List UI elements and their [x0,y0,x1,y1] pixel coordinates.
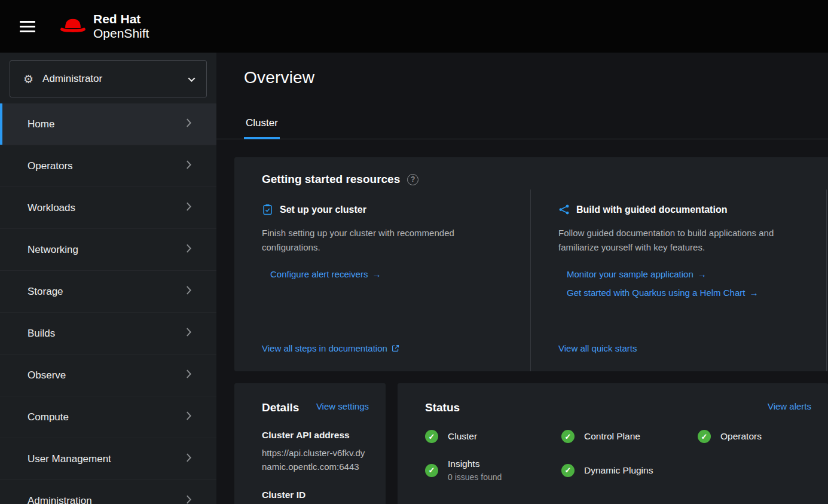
guided-documentation-heading: Build with guided documentation [558,204,802,215]
setup-cluster-links: Configure alert receivers→ [262,269,506,279]
link-label: Configure alert receivers [270,269,368,279]
chevron-right-icon [186,453,191,465]
brand-logo: Red Hat OpenShift [59,12,149,40]
link-label: Monitor your sample application [567,269,693,279]
guided-documentation-links: Monitor your sample application→ Get sta… [558,269,802,298]
details-card: Details View settings Cluster API addres… [234,383,386,504]
masthead: Red Hat OpenShift [0,0,828,53]
status-item-operators: ✓ Operators [698,430,828,443]
configure-alert-receivers-link[interactable]: Configure alert receivers→ [270,269,506,279]
external-link-icon [392,344,399,352]
tab-bar: Cluster [216,112,828,139]
dashboard-body: Getting started resources ? Set up your … [216,139,828,504]
cluster-api-address-label: Cluster API address [262,430,369,441]
dashboard-cards-row: Details View settings Cluster API addres… [234,383,828,504]
sidebar-nav: ⚙ Administrator Home Operators Workloads… [0,53,216,504]
setup-cluster-description: Finish setting up your cluster with reco… [262,226,506,255]
chevron-right-icon [186,202,191,214]
arrow-right-icon: → [698,269,707,279]
perspective-switcher[interactable]: ⚙ Administrator [10,60,207,97]
sidebar-item-observe[interactable]: Observe [0,355,216,396]
check-circle-icon: ✓ [561,464,575,477]
arrow-right-icon: → [749,288,758,298]
details-title: Details [262,401,299,414]
status-item-control-plane: ✓ Control Plane [561,430,698,443]
insights-link[interactable]: Insights [448,459,479,469]
brand-text: Red Hat OpenShift [93,12,149,40]
chevron-right-icon [186,244,191,256]
sidebar-item-operators[interactable]: Operators [0,145,216,187]
details-card-header: Details View settings [262,401,369,414]
insights-issues-count: 0 issues found [448,472,502,482]
dynamic-plugins-link[interactable]: Dynamic Plugins [584,465,653,476]
sidebar-item-home[interactable]: Home [0,103,216,145]
setup-cluster-column: Set up your cluster Finish setting up yo… [234,190,530,371]
control-plane-link[interactable]: Control Plane [584,431,640,442]
status-card: Status View alerts ✓ Cluster ✓ Control P… [398,383,828,504]
getting-started-header: Getting started resources ? [234,157,828,186]
help-icon[interactable]: ? [407,174,418,185]
sidebar-item-label: Observe [28,369,66,381]
sidebar-item-label: Storage [28,286,63,298]
perspective-label: Administrator [42,73,102,85]
page-header: Overview [216,53,828,87]
sidebar-item-administration[interactable]: Administration [0,480,216,504]
main-content: Overview Cluster Getting started resourc… [216,53,828,504]
view-alerts-link[interactable]: View alerts [768,401,811,411]
sidebar-item-compute[interactable]: Compute [0,396,216,438]
guided-documentation-column: Build with guided documentation Follow g… [530,190,826,371]
sidebar-item-label: Builds [28,328,55,340]
brand-line2: OpenShift [93,26,149,41]
chevron-right-icon [186,286,191,298]
chevron-down-icon [188,74,195,84]
tab-cluster[interactable]: Cluster [244,112,280,139]
chevron-right-icon [186,118,191,130]
operators-link[interactable]: Operators [720,431,762,442]
sidebar-item-user-management[interactable]: User Management [0,438,216,480]
sidebar-item-label: Administration [28,495,92,504]
arrow-right-icon: → [372,269,381,279]
setup-cluster-heading: Set up your cluster [262,204,506,215]
guided-documentation-title: Build with guided documentation [576,204,727,215]
redhat-fedora-icon [59,17,87,36]
cluster-api-address-value: https://api.cluster-v6fkv.dynamic.opentl… [262,446,369,474]
view-all-quick-starts-link[interactable]: View all quick starts [558,343,637,353]
page-title: Overview [244,68,828,87]
sidebar-item-label: Home [28,118,54,130]
status-item-dynamic-plugins: ✓ Dynamic Plugins [561,459,698,482]
setup-cluster-footer: View all steps in documentation [262,343,506,353]
sidebar-item-workloads[interactable]: Workloads [0,187,216,229]
getting-started-columns: Set up your cluster Finish setting up yo… [234,190,828,371]
cluster-id-label: Cluster ID [262,490,369,500]
chevron-right-icon [186,411,191,423]
insights-text: Insights 0 issues found [448,459,502,482]
chevron-right-icon [186,160,191,172]
setup-cluster-title: Set up your cluster [280,204,366,215]
status-title: Status [425,401,460,414]
status-item-cluster: ✓ Cluster [425,430,561,443]
monitor-sample-app-link[interactable]: Monitor your sample application→ [567,269,802,279]
sidebar-item-label: Networking [28,244,78,256]
chevron-right-icon [186,369,191,381]
check-circle-icon: ✓ [425,464,438,477]
sidebar-item-label: User Management [28,453,111,465]
sidebar-item-networking[interactable]: Networking [0,229,216,271]
view-settings-link[interactable]: View settings [316,401,369,411]
link-label: Get started with Quarkus using a Helm Ch… [567,288,745,298]
guided-documentation-description: Follow guided documentation to build app… [558,226,802,255]
status-item-insights: ✓ Insights 0 issues found [425,459,561,482]
check-circle-icon: ✓ [425,430,438,443]
sidebar-item-builds[interactable]: Builds [0,313,216,355]
menu-toggle-icon[interactable] [20,18,35,35]
quarkus-helm-chart-link[interactable]: Get started with Quarkus using a Helm Ch… [567,288,802,298]
sidebar-menu: Home Operators Workloads Networking Stor… [0,103,216,504]
brand-line1: Red Hat [93,12,149,26]
guided-path-icon [558,204,570,215]
chevron-right-icon [186,495,191,504]
check-circle-icon: ✓ [698,430,711,443]
getting-started-title: Getting started resources [262,173,400,186]
gear-icon: ⚙ [23,72,33,86]
sidebar-item-label: Workloads [28,202,75,214]
sidebar-item-storage[interactable]: Storage [0,271,216,313]
view-all-steps-link[interactable]: View all steps in documentation [262,343,387,353]
